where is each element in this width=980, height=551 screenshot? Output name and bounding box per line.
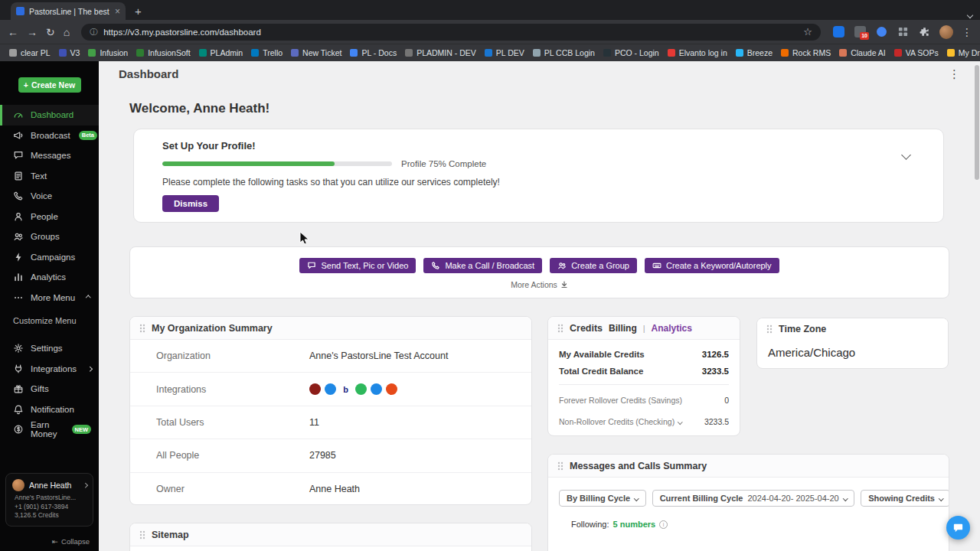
extension-icon-1[interactable]: [832, 25, 845, 38]
sidebar-item-people[interactable]: People: [0, 207, 99, 227]
sidebar-item-campaigns[interactable]: Campaigns: [0, 247, 99, 268]
bookmark-item[interactable]: Elvanto log in: [668, 48, 727, 57]
credits-tab-analytics[interactable]: Analytics: [652, 323, 692, 334]
extensions-puzzle-icon[interactable]: [918, 25, 931, 38]
quick-actions-card: Send Text, Pic or Video Make a Call / Br…: [129, 246, 949, 298]
bookmark-item[interactable]: PL - Docs: [350, 48, 397, 57]
customize-menu-link[interactable]: Customize Menu: [0, 312, 99, 329]
reload-icon[interactable]: ↻: [46, 27, 55, 37]
drag-handle-icon[interactable]: [557, 323, 564, 334]
bookmark-item[interactable]: InfusionSoft: [136, 48, 190, 57]
sidebar-item-integrations[interactable]: Integrations: [0, 359, 99, 380]
billing-cycle-dropdown[interactable]: By Billing Cycle: [559, 490, 646, 507]
extension-icon-2[interactable]: 10: [854, 25, 867, 38]
drag-handle-icon[interactable]: [766, 324, 773, 334]
forward-icon[interactable]: →: [27, 27, 38, 37]
sidebar-item-groups[interactable]: Groups: [0, 227, 99, 247]
sidebar-item-analytics[interactable]: Analytics: [0, 267, 99, 288]
divider: [559, 384, 729, 385]
page-scrollbar-thumb[interactable]: [975, 65, 979, 180]
drag-handle-icon[interactable]: [139, 323, 145, 334]
tab-close-icon[interactable]: ×: [115, 7, 120, 16]
chevron-down-icon: [843, 496, 848, 500]
bookmark-item[interactable]: Rock RMS: [781, 48, 831, 57]
bookmark-item[interactable]: PL CCB Login: [533, 48, 595, 57]
row-value: 3126.5: [702, 350, 729, 359]
action-button-label: Create a Group: [571, 261, 629, 270]
home-icon[interactable]: ⌂: [64, 27, 70, 37]
bookmark-label: Infusion: [100, 48, 128, 57]
sidebar-item-settings[interactable]: Settings: [0, 338, 99, 359]
sidebar-profile-card[interactable]: Anne Heath Anne's PastorsLine... +1 (901…: [5, 473, 93, 527]
bookmark-item[interactable]: Infusion: [88, 48, 128, 57]
sidebar-item-text[interactable]: Text: [0, 166, 99, 187]
tabstrip-chevron-down-icon[interactable]: [968, 7, 972, 21]
create-group-button[interactable]: Create a Group: [550, 258, 637, 273]
credits-tab-billing[interactable]: Billing: [609, 323, 637, 334]
record-dot-icon[interactable]: [875, 25, 888, 38]
site-info-icon[interactable]: ⓘ: [90, 27, 97, 37]
bookmark-item[interactable]: VA SOPs: [894, 48, 939, 57]
address-bar[interactable]: ⓘ https://v3.my.pastorsline.com/dashboar…: [81, 24, 821, 41]
make-call-broadcast-button[interactable]: Make a Call / Broadcast: [423, 258, 542, 273]
bookmark-star-icon[interactable]: ☆: [803, 26, 812, 37]
bookmark-item[interactable]: PLAdmin: [199, 48, 243, 57]
more-actions-label: More Actions: [511, 280, 557, 289]
create-new-button[interactable]: + Create New: [18, 77, 81, 93]
back-icon[interactable]: ←: [8, 27, 18, 37]
current-billing-cycle-dropdown[interactable]: Current Billing Cycle 2024-04-20- 2025-0…: [652, 490, 855, 507]
sidebar-item-label: Notification: [31, 405, 74, 414]
collapse-card-chevron-icon[interactable]: [903, 148, 910, 161]
welcome-heading: Welcome, Anne Heath!: [129, 101, 270, 116]
browser-menu-icon[interactable]: ⋮: [962, 26, 972, 38]
sidebar: + Create New Dashboard Broadcast Beta Me…: [0, 61, 99, 551]
bookmark-favicon: [405, 49, 413, 57]
profile-setup-card: Set Up Your Profile! Profile 75% Complet…: [133, 129, 944, 223]
info-icon[interactable]: i: [659, 520, 668, 529]
drag-handle-icon[interactable]: [139, 530, 145, 540]
sidebar-item-earn-money[interactable]: Earn Money NEW: [0, 419, 99, 440]
more-actions-link[interactable]: More Actions: [511, 280, 568, 289]
sidebar-item-gifts[interactable]: Gifts: [0, 379, 99, 399]
beta-badge: Beta: [79, 131, 97, 140]
bookmark-item[interactable]: My Drive: [947, 48, 980, 57]
sidebar-item-broadcast[interactable]: Broadcast Beta: [0, 126, 99, 146]
setup-description: Please complete the following tasks so t…: [162, 177, 943, 187]
page-menu-icon[interactable]: ⋮: [949, 67, 960, 81]
bookmark-item[interactable]: Breeze: [736, 48, 773, 57]
sidebar-item-voice[interactable]: Voice: [0, 186, 99, 207]
sidebar-item-messages[interactable]: Messages: [0, 145, 99, 166]
sidebar-item-more-menu[interactable]: More Menu: [0, 288, 99, 308]
apps-grid-icon[interactable]: [897, 25, 910, 38]
dismiss-button[interactable]: Dismiss: [162, 195, 219, 212]
drag-handle-icon[interactable]: [557, 461, 564, 471]
bookmark-item[interactable]: clear PL: [9, 48, 51, 57]
bookmark-item[interactable]: Trello: [251, 48, 283, 57]
chat-widget-launcher[interactable]: [946, 516, 970, 540]
org-row-owner: Owner Anne Heath: [130, 473, 531, 505]
bookmark-label: PCO - Login: [615, 48, 659, 57]
send-text-button[interactable]: Send Text, Pic or Video: [299, 258, 416, 273]
showing-credits-dropdown[interactable]: Showing Credits: [861, 490, 949, 507]
bookmark-item[interactable]: PL DEV: [485, 48, 524, 57]
bookmark-item[interactable]: V3: [59, 48, 80, 57]
credits-card: Credits Billing | Analytics My Available…: [547, 316, 740, 436]
sidebar-collapse-button[interactable]: ⇤ Collapse: [52, 537, 90, 546]
create-keyword-autoreply-button[interactable]: Create a Keyword/Autoreply: [645, 258, 779, 273]
bookmark-item[interactable]: New Ticket: [291, 48, 341, 57]
sidebar-item-notification[interactable]: Notification: [0, 399, 99, 420]
bookmark-item[interactable]: Claude AI: [839, 48, 886, 57]
bookmark-favicon: [781, 49, 789, 57]
integration-icon: [371, 383, 382, 395]
following-count-link[interactable]: 5 numbers: [613, 520, 656, 529]
new-tab-button[interactable]: +: [135, 5, 142, 17]
bookmark-favicon: [668, 49, 675, 57]
messages-calls-summary-card: Messages and Calls Summary By Billing Cy…: [547, 454, 949, 551]
browser-profile-avatar[interactable]: [939, 25, 953, 39]
url-text[interactable]: https://v3.my.pastorsline.com/dashboard: [103, 28, 797, 37]
browser-tab[interactable]: PastorsLine | The best bulk t ×: [11, 2, 126, 20]
bookmark-item[interactable]: PLADMIN - DEV: [405, 48, 476, 57]
sidebar-item-dashboard[interactable]: Dashboard: [0, 105, 99, 126]
bookmark-item[interactable]: PCO - Login: [603, 48, 659, 57]
chevron-down-icon[interactable]: [678, 419, 682, 424]
